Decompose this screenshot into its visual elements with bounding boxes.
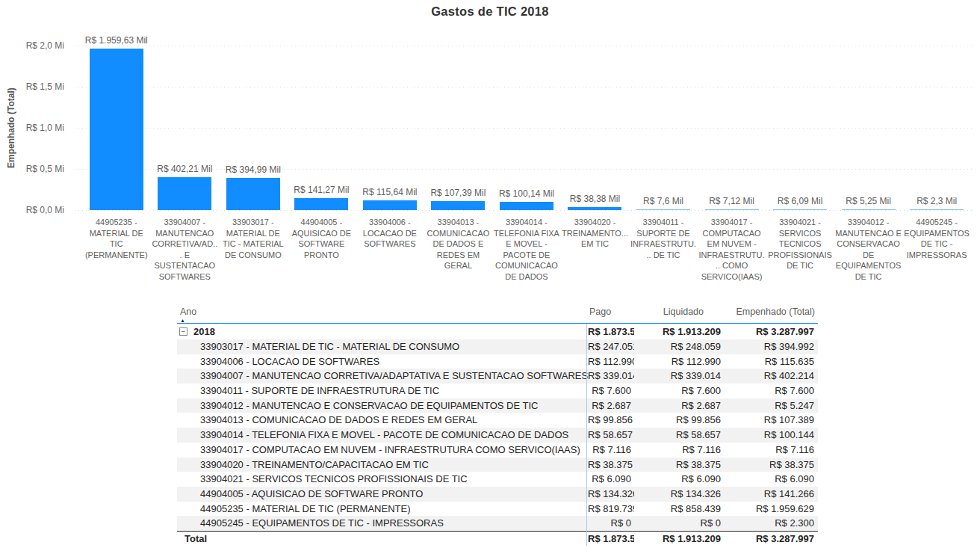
y-axis-tick: R$ 0,0 Mi xyxy=(0,204,64,216)
cell-empenhado: R$ 141.266 xyxy=(722,487,818,502)
group-cell-empenhado: R$ 3.287.997 xyxy=(722,324,818,339)
bar-column: R$ 6,09 Mil33904021 - SERVICOS TECNICOS … xyxy=(766,0,834,299)
table-row[interactable]: 33904006 - LOCACAO DE SOFTWARESR$ 112.99… xyxy=(177,354,818,369)
bar[interactable] xyxy=(363,200,417,210)
cell-empenhado: R$ 2.300 xyxy=(722,516,818,531)
table-row[interactable]: 33904013 - COMUNICACAO DE DADOS E REDES … xyxy=(177,413,818,428)
cell-empenhado: R$ 107.389 xyxy=(722,413,818,428)
bar-column: R$ 115,64 Mil33904006 - LOCACAO DE SOFTW… xyxy=(356,0,424,299)
cell-liquidado: R$ 6.090 xyxy=(634,472,722,487)
cell-empenhado: R$ 394.992 xyxy=(722,339,818,354)
table-row[interactable]: 33904021 - SERVICOS TECNICOS PROFISSIONA… xyxy=(177,472,818,487)
bar[interactable] xyxy=(910,209,964,210)
table-row[interactable]: 33904020 - TREINAMENTO/CAPACITACAO EM TI… xyxy=(177,458,818,472)
total-cell-pago: R$ 1.873.501 xyxy=(588,532,634,546)
bar[interactable] xyxy=(842,209,896,210)
cell-liquidado: R$ 38.375 xyxy=(634,458,722,472)
table-row[interactable]: 44905245 - EQUIPAMENTOS DE TIC - IMPRESS… xyxy=(177,516,818,531)
table-row[interactable]: 44905235 - MATERIAL DE TIC (PERMANENTE)R… xyxy=(177,502,818,517)
column-header-ano[interactable]: Ano ▲ xyxy=(177,304,588,323)
bar[interactable] xyxy=(226,178,280,210)
row-label: 33904013 - COMUNICACAO DE DADOS E REDES … xyxy=(177,413,588,428)
bar[interactable] xyxy=(773,209,827,210)
row-label: 33904012 - MANUTENCAO E CONSERVACAO DE E… xyxy=(177,398,588,413)
total-row-label: Total xyxy=(177,532,588,546)
x-axis-label: 33904007 - MANUTENCAO CORRETIVA/AD... E … xyxy=(151,217,218,282)
bar-value-label: R$ 1.959,63 Mil xyxy=(85,35,148,46)
group-cell-liquidado: R$ 1.913.209 xyxy=(634,324,722,339)
bar[interactable] xyxy=(500,202,553,210)
x-axis-label: 44904005 - AQUISICAO DE SOFTWARE PRONTO xyxy=(288,217,355,260)
x-axis-label: 33904011 - SUPORTE DE INFRAESTRUTU... DE… xyxy=(630,217,697,260)
cell-pago: R$ 112.990 xyxy=(588,354,634,369)
cell-liquidado: R$ 339.014 xyxy=(634,369,722,384)
collapse-icon[interactable]: − xyxy=(179,327,187,336)
matrix-visual: Ano ▲ Pago Liquidado Empenhado (Total) −… xyxy=(177,304,818,546)
table-row[interactable]: 33904012 - MANUTENCAO E CONSERVACAO DE E… xyxy=(177,398,818,413)
bar-column: R$ 100,14 Mil33904014 - TELEFONIA FIXA E… xyxy=(492,0,561,299)
group-row-label: 2018 xyxy=(193,324,215,339)
y-axis-tick: R$ 1,5 Mi xyxy=(0,81,64,93)
cell-pago: R$ 7.600 xyxy=(588,384,634,398)
cell-empenhado: R$ 38.375 xyxy=(722,458,818,472)
bar[interactable] xyxy=(636,209,690,210)
bar-column: R$ 38,38 Mil33904020 - TREINAMENTO... EM… xyxy=(561,0,630,299)
matrix-header-row: Ano ▲ Pago Liquidado Empenhado (Total) xyxy=(177,304,818,324)
x-axis-label: 33904013 - COMUNICACAO DE DADOS E REDES … xyxy=(424,217,491,271)
bar-value-label: R$ 141,27 Mil xyxy=(294,185,349,195)
bar-value-label: R$ 100,14 Mil xyxy=(499,188,554,199)
bar-column: R$ 141,27 Mil44904005 - AQUISICAO DE SOF… xyxy=(288,0,356,299)
bar[interactable] xyxy=(705,209,759,210)
cell-liquidado: R$ 858.439 xyxy=(634,502,722,517)
cell-pago: R$ 58.657 xyxy=(588,428,634,443)
bar-value-label: R$ 7,6 Mil xyxy=(643,196,683,206)
table-row[interactable]: 44904005 - AQUISICAO DE SOFTWARE PRONTOR… xyxy=(177,487,818,502)
x-axis-label: 33904021 - SERVICOS TECNICOS PROFISSIONA… xyxy=(766,217,834,271)
bar-column: R$ 394,99 Mil33903017 - MATERIAL DE TIC … xyxy=(219,0,288,299)
bar[interactable] xyxy=(294,198,348,210)
column-header-empenhado[interactable]: Empenhado (Total) xyxy=(722,304,818,323)
table-row[interactable]: 33904017 - COMPUTACAO EM NUVEM - INFRAES… xyxy=(177,443,818,458)
table-row[interactable]: 33904011 - SUPORTE DE INFRAESTRUTURA DE … xyxy=(177,384,818,398)
row-label: 33904017 - COMPUTACAO EM NUVEM - INFRAES… xyxy=(177,443,588,458)
row-label: 44904005 - AQUISICAO DE SOFTWARE PRONTO xyxy=(177,487,588,502)
cell-pago: R$ 247.051 xyxy=(588,339,634,354)
cell-liquidado: R$ 7.116 xyxy=(634,443,722,458)
cell-liquidado: R$ 99.856 xyxy=(634,413,722,428)
column-header-liquidado[interactable]: Liquidado xyxy=(634,304,722,323)
x-axis-label: 33904017 - COMPUTACAO EM NUVEM - INFRAES… xyxy=(698,217,766,282)
cell-empenhado: R$ 100.144 xyxy=(722,428,818,443)
cell-pago: R$ 38.375 xyxy=(588,458,634,472)
row-label: 33904014 - TELEFONIA FIXA E MOVEL - PACO… xyxy=(177,428,588,443)
x-axis-label: 33904020 - TREINAMENTO... EM TIC xyxy=(561,217,628,250)
table-row[interactable]: 33904014 - TELEFONIA FIXA E MOVEL - PACO… xyxy=(177,428,818,443)
bar-column: R$ 107,39 Mil33904013 - COMUNICACAO DE D… xyxy=(424,0,493,299)
row-label: 33903017 - MATERIAL DE TIC - MATERIAL DE… xyxy=(177,339,588,354)
column-header-ano-label: Ano xyxy=(180,307,196,317)
x-axis-label: 44905245 - EQUIPAMENTOS DE TIC - IMPRESS… xyxy=(903,217,970,260)
row-label: 33904011 - SUPORTE DE INFRAESTRUTURA DE … xyxy=(177,384,588,398)
row-label: 44905235 - MATERIAL DE TIC (PERMANENTE) xyxy=(177,502,588,517)
bar[interactable] xyxy=(90,49,143,210)
matrix-group-row[interactable]: − 2018 R$ 1.873.501 R$ 1.913.209 R$ 3.28… xyxy=(177,324,818,339)
bar-value-label: R$ 38,38 Mil xyxy=(570,194,620,204)
total-cell-empenhado: R$ 3.287.997 xyxy=(722,532,818,546)
bar-value-label: R$ 107,39 Mil xyxy=(430,188,486,198)
cell-pago: R$ 99.856 xyxy=(588,413,634,428)
table-row[interactable]: 33903017 - MATERIAL DE TIC - MATERIAL DE… xyxy=(177,339,818,354)
bar-column: R$ 7,12 Mil33904017 - COMPUTACAO EM NUVE… xyxy=(698,0,766,299)
table-row[interactable]: 33904007 - MANUTENCAO CORRETIVA/ADAPTATI… xyxy=(177,369,818,384)
row-label: 33904020 - TREINAMENTO/CAPACITACAO EM TI… xyxy=(177,458,588,472)
bar-value-label: R$ 7,12 Mil xyxy=(709,196,754,206)
column-header-pago[interactable]: Pago xyxy=(588,304,634,323)
bar[interactable] xyxy=(158,177,211,210)
cell-liquidado: R$ 2.687 xyxy=(634,398,722,413)
y-axis-tick: R$ 2,0 Mi xyxy=(0,40,64,52)
column-separator xyxy=(586,324,587,546)
bar-value-label: R$ 115,64 Mil xyxy=(362,187,417,197)
bar[interactable] xyxy=(568,207,621,210)
group-cell-pago: R$ 1.873.501 xyxy=(588,324,634,339)
bar-column: R$ 7,6 Mil33904011 - SUPORTE DE INFRAEST… xyxy=(629,0,698,299)
cell-liquidado: R$ 248.059 xyxy=(634,339,722,354)
bar[interactable] xyxy=(431,201,485,210)
